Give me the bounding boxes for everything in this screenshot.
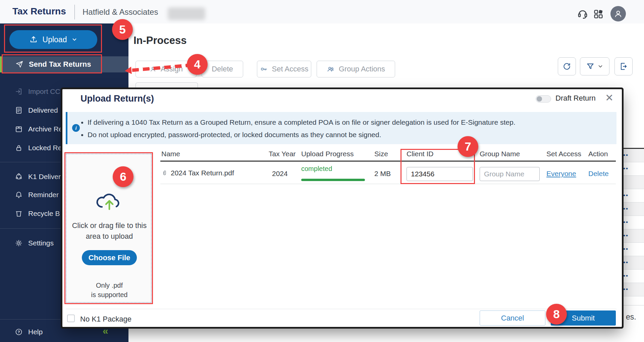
sidebar-item-label: Help [28, 328, 43, 336]
filter-button[interactable] [580, 57, 609, 75]
annotation-step-4: 4 [187, 54, 208, 75]
user-avatar[interactable] [610, 6, 626, 21]
sidebar-item-label: K1 Deliver [28, 173, 61, 181]
background-table-row: •• [621, 189, 644, 203]
apps-grid-icon[interactable] [593, 8, 604, 21]
refresh-icon [562, 62, 571, 71]
background-table-row: •• [621, 162, 644, 176]
archive-box-icon [15, 125, 23, 133]
no-k1-package-label: No K1 Package [80, 315, 131, 324]
org-name: Hatfield & Associates [83, 7, 158, 17]
sidebar-item-label: Import CC [28, 88, 60, 96]
sidebar-item-label: Archive Re [28, 125, 63, 133]
svg-text:?: ? [17, 330, 20, 334]
info-bullet-list: If delivering a 1040 Tax Return as a Gro… [88, 116, 516, 141]
no-k1-package-checkbox[interactable] [67, 315, 75, 322]
modal-title: Upload Return(s) [80, 94, 154, 104]
column-header-name: Name [161, 150, 180, 158]
column-header-set-access: Set Access [546, 150, 581, 158]
redacted-text-blur [168, 7, 205, 20]
set-access-button-label: Set Access [272, 65, 309, 73]
sidebar-item-label: Reminder [28, 191, 59, 199]
sidebar-item-help[interactable]: ? Help [0, 325, 128, 339]
import-icon [15, 88, 23, 96]
column-header-upload-progress: Upload Progress [301, 150, 354, 158]
chevron-down-icon [597, 63, 603, 69]
background-table-row [621, 176, 644, 189]
table-header-border [160, 161, 616, 162]
row-actions-ellipsis[interactable]: •• [623, 192, 629, 199]
refresh-button[interactable] [558, 57, 576, 75]
column-header-group-name: Group Name [480, 150, 520, 158]
help-circle-icon: ? [15, 328, 23, 336]
row-actions-ellipsis[interactable]: •• [623, 165, 629, 172]
arrow-head [124, 67, 132, 75]
background-table-row: •• [621, 216, 644, 229]
trash-icon [15, 210, 23, 218]
file-name: 2024 Tax Return.pdf [171, 169, 234, 177]
delete-button[interactable]: Delete [202, 61, 243, 77]
info-bullet: If delivering a 1040 Tax Return as a Gro… [88, 116, 516, 128]
cancel-button[interactable]: Cancel [480, 310, 545, 326]
group-actions-button-label: Group Actions [339, 65, 385, 73]
table-row-border [160, 184, 616, 184]
row-actions-ellipsis[interactable]: •• [623, 206, 629, 212]
progress-status: completed [301, 165, 332, 173]
top-header: Tax Returns Hatfield & Associates [0, 0, 644, 23]
row-actions-ellipsis[interactable]: •• [623, 286, 629, 293]
row-actions-ellipsis[interactable]: •• [623, 232, 629, 239]
bell-icon [15, 191, 23, 199]
annotation-step-5: 5 [112, 19, 133, 40]
annotation-box-send-tax-returns [2, 54, 102, 73]
sidebar-item-label: Settings [28, 239, 54, 247]
group-actions-button[interactable]: Group Actions [317, 61, 395, 77]
partial-toolbar-button[interactable] [136, 82, 198, 88]
group-name-input[interactable] [480, 167, 540, 181]
draft-return-toggle[interactable] [536, 95, 551, 103]
lock-icon [15, 144, 23, 152]
background-table-row: •• [621, 256, 644, 270]
sidebar-item-label: Recycle B [28, 210, 60, 218]
modal-footer-divider [66, 309, 616, 309]
delete-row-link[interactable]: Delete [588, 170, 609, 178]
info-bullet: Do not upload encrypted, password-protec… [88, 128, 516, 141]
close-icon[interactable]: ✕ [605, 92, 613, 104]
annotation-step-7: 7 [458, 136, 478, 157]
column-header-size: Size [374, 150, 388, 158]
k1-network-icon [15, 173, 23, 181]
document-icon [15, 106, 23, 114]
delete-button-label: Delete [212, 65, 233, 73]
background-table-row: •• [621, 243, 644, 256]
filter-funnel-icon [586, 62, 595, 71]
background-table-rows: •••••••••••••••••••• [621, 149, 644, 296]
uploaded-file-cell: 2024 Tax Return.pdf [161, 169, 234, 177]
sidebar-collapse-icon[interactable]: « [103, 325, 108, 337]
background-table-row: •• [621, 203, 644, 216]
set-access-link[interactable]: Everyone [546, 170, 576, 178]
person-icon [613, 9, 623, 19]
set-access-button[interactable]: Set Access [257, 61, 311, 77]
sidebar-item-label: Locked Re [28, 144, 62, 152]
info-icon: i [72, 124, 80, 132]
tax-year-cell: 2024 [272, 170, 288, 178]
export-button[interactable] [614, 57, 633, 75]
group-people-icon [327, 65, 335, 73]
page-title: In-Process [133, 35, 187, 47]
background-table-row: •• [621, 283, 644, 296]
support-headset-icon[interactable] [577, 8, 589, 21]
annotation-step-6: 6 [113, 166, 133, 187]
header-divider [74, 5, 75, 19]
paperclip-icon [161, 169, 168, 177]
annotation-box-dropzone [64, 152, 153, 304]
row-actions-ellipsis[interactable]: •• [623, 273, 629, 279]
app-title: Tax Returns [12, 6, 66, 17]
sidebar-item-label: Delivered [28, 106, 58, 114]
background-table-row: •• [621, 229, 644, 243]
gear-icon [15, 239, 23, 247]
row-actions-ellipsis[interactable]: •• [623, 259, 629, 266]
info-banner: i If delivering a 1040 Tax Return as a G… [66, 112, 616, 144]
row-actions-ellipsis[interactable]: •• [623, 219, 629, 226]
export-document-icon [619, 62, 628, 71]
row-actions-ellipsis[interactable]: •• [623, 246, 629, 252]
row-actions-ellipsis[interactable]: •• [623, 152, 629, 159]
